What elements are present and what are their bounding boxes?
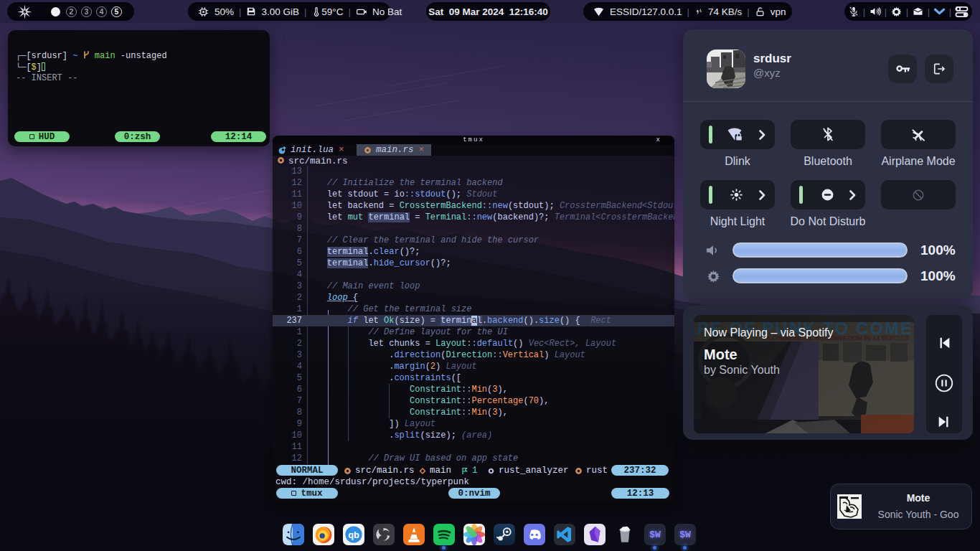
svg-text:qb: qb bbox=[348, 529, 359, 540]
